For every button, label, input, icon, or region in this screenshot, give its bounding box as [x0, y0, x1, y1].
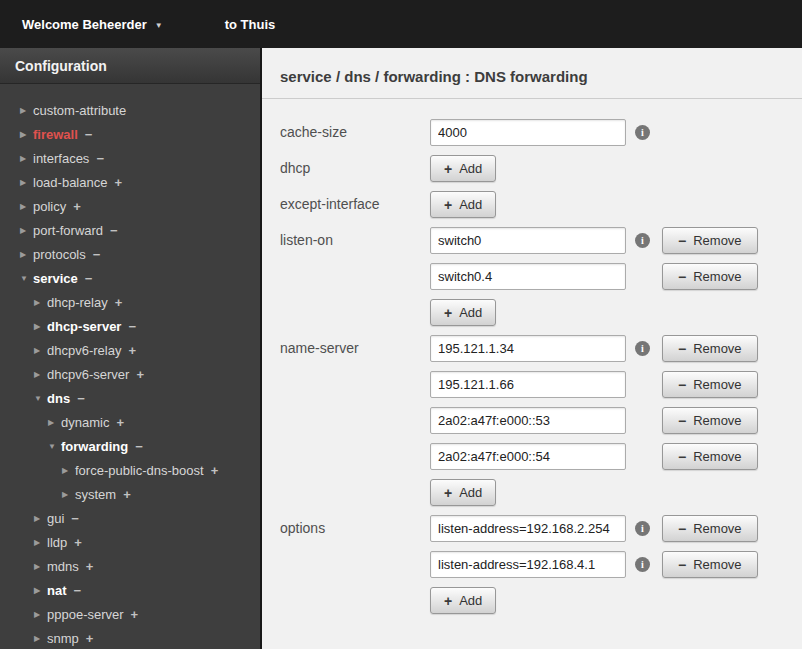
- value-input[interactable]: [430, 551, 626, 578]
- delete-node-icon[interactable]: −: [128, 319, 136, 334]
- value-input[interactable]: [430, 371, 626, 398]
- user-menu[interactable]: Welcome Beheerder ▼: [22, 17, 163, 32]
- value-input[interactable]: [430, 227, 626, 254]
- delete-node-icon[interactable]: −: [93, 247, 101, 262]
- triangle-right-icon[interactable]: ▶: [34, 634, 47, 643]
- triangle-right-icon[interactable]: ▶: [48, 418, 61, 427]
- tree-item-mdns[interactable]: ▶mdns+: [0, 554, 260, 578]
- add-node-icon[interactable]: +: [131, 607, 139, 622]
- delete-node-icon[interactable]: −: [85, 271, 93, 286]
- tree-item-gui[interactable]: ▶gui−: [0, 506, 260, 530]
- triangle-right-icon[interactable]: ▶: [34, 562, 47, 571]
- value-input[interactable]: [430, 515, 626, 542]
- value-input[interactable]: [430, 407, 626, 434]
- triangle-right-icon[interactable]: ▶: [34, 346, 47, 355]
- tree-item-pppoe-server[interactable]: ▶pppoe-server+: [0, 602, 260, 626]
- delete-node-icon[interactable]: −: [74, 583, 82, 598]
- triangle-right-icon[interactable]: ▶: [20, 178, 33, 187]
- tree-item-load-balance[interactable]: ▶load-balance+: [0, 170, 260, 194]
- tree-item-firewall[interactable]: ▶firewall−: [0, 122, 260, 146]
- tree-item-interfaces[interactable]: ▶interfaces−: [0, 146, 260, 170]
- tree-item-forwarding[interactable]: ▼forwarding−: [0, 434, 260, 458]
- triangle-right-icon[interactable]: ▶: [20, 226, 33, 235]
- triangle-right-icon[interactable]: ▶: [20, 154, 33, 163]
- hostname-link[interactable]: to Thuis: [225, 17, 276, 32]
- tree-item-policy[interactable]: ▶policy+: [0, 194, 260, 218]
- tree-item-protocols[interactable]: ▶protocols−: [0, 242, 260, 266]
- add-node-icon[interactable]: +: [114, 175, 122, 190]
- tree-item-force-public-dns-boost[interactable]: ▶force-public-dns-boost+: [0, 458, 260, 482]
- name-server-remove-button[interactable]: −Remove: [662, 407, 758, 434]
- tree-item-nat[interactable]: ▶nat−: [0, 578, 260, 602]
- triangle-right-icon[interactable]: ▶: [34, 322, 47, 331]
- options-add-button[interactable]: +Add: [430, 587, 496, 614]
- listen-on-remove-button[interactable]: −Remove: [662, 227, 758, 254]
- name-server-add-button[interactable]: +Add: [430, 479, 496, 506]
- triangle-right-icon[interactable]: ▶: [34, 370, 47, 379]
- name-server-remove-button[interactable]: −Remove: [662, 335, 758, 362]
- add-node-icon[interactable]: +: [86, 631, 94, 646]
- tree-item-port-forward[interactable]: ▶port-forward−: [0, 218, 260, 242]
- triangle-right-icon[interactable]: ▶: [34, 514, 47, 523]
- triangle-right-icon[interactable]: ▶: [20, 202, 33, 211]
- add-node-icon[interactable]: +: [211, 463, 219, 478]
- tree-item-snmp[interactable]: ▶snmp+: [0, 626, 260, 649]
- value-input[interactable]: [430, 119, 626, 146]
- listen-on-remove-button[interactable]: −Remove: [662, 263, 758, 290]
- triangle-down-icon[interactable]: ▼: [34, 394, 47, 403]
- tree-item-service[interactable]: ▼service−: [0, 266, 260, 290]
- triangle-right-icon[interactable]: ▶: [34, 298, 47, 307]
- except-interface-add-button[interactable]: +Add: [430, 191, 496, 218]
- name-server-remove-button[interactable]: −Remove: [662, 443, 758, 470]
- delete-node-icon[interactable]: −: [135, 439, 143, 454]
- tree-item-system[interactable]: ▶system+: [0, 482, 260, 506]
- triangle-right-icon[interactable]: ▶: [20, 106, 33, 115]
- name-server-remove-button[interactable]: −Remove: [662, 371, 758, 398]
- info-icon[interactable]: i: [635, 125, 650, 140]
- value-input[interactable]: [430, 335, 626, 362]
- triangle-down-icon[interactable]: ▼: [48, 442, 61, 451]
- delete-node-icon[interactable]: −: [85, 127, 93, 142]
- info-icon[interactable]: i: [635, 233, 650, 248]
- delete-node-icon[interactable]: −: [96, 151, 104, 166]
- delete-node-icon[interactable]: −: [71, 511, 79, 526]
- add-node-icon[interactable]: +: [115, 295, 123, 310]
- info-icon[interactable]: i: [635, 521, 650, 536]
- add-node-icon[interactable]: +: [128, 343, 136, 358]
- triangle-right-icon[interactable]: ▶: [62, 490, 75, 499]
- add-node-icon[interactable]: +: [86, 559, 94, 574]
- value-input[interactable]: [430, 263, 626, 290]
- add-node-icon[interactable]: +: [73, 199, 81, 214]
- triangle-right-icon[interactable]: ▶: [34, 586, 47, 595]
- info-icon[interactable]: i: [635, 341, 650, 356]
- delete-node-icon[interactable]: −: [77, 391, 85, 406]
- dhcp-add-button[interactable]: +Add: [430, 155, 496, 182]
- triangle-right-icon[interactable]: ▶: [20, 130, 33, 139]
- tree-item-dhcpv6-relay[interactable]: ▶dhcpv6-relay+: [0, 338, 260, 362]
- triangle-right-icon[interactable]: ▶: [34, 538, 47, 547]
- options-remove-button[interactable]: −Remove: [662, 515, 758, 542]
- field-label: name-server: [280, 335, 430, 506]
- triangle-right-icon[interactable]: ▶: [62, 466, 75, 475]
- delete-node-icon[interactable]: −: [110, 223, 118, 238]
- tree-item-dhcp-server[interactable]: ▶dhcp-server−: [0, 314, 260, 338]
- triangle-right-icon[interactable]: ▶: [20, 250, 33, 259]
- listen-on-add-button[interactable]: +Add: [430, 299, 496, 326]
- add-node-icon[interactable]: +: [123, 487, 131, 502]
- tree-item-lldp[interactable]: ▶lldp+: [0, 530, 260, 554]
- triangle-down-icon[interactable]: ▼: [20, 274, 33, 283]
- options-remove-button[interactable]: −Remove: [662, 551, 758, 578]
- field-row: i: [430, 119, 651, 146]
- tree-item-dns[interactable]: ▼dns−: [0, 386, 260, 410]
- info-icon[interactable]: i: [635, 557, 650, 572]
- field-cache-size: cache-sizei: [280, 119, 802, 146]
- add-node-icon[interactable]: +: [136, 367, 144, 382]
- value-input[interactable]: [430, 443, 626, 470]
- tree-item-dhcp-relay[interactable]: ▶dhcp-relay+: [0, 290, 260, 314]
- tree-item-dhcpv6-server[interactable]: ▶dhcpv6-server+: [0, 362, 260, 386]
- add-node-icon[interactable]: +: [116, 415, 124, 430]
- triangle-right-icon[interactable]: ▶: [34, 610, 47, 619]
- add-node-icon[interactable]: +: [74, 535, 82, 550]
- tree-item-dynamic[interactable]: ▶dynamic+: [0, 410, 260, 434]
- tree-item-custom-attribute[interactable]: ▶custom-attribute: [0, 98, 260, 122]
